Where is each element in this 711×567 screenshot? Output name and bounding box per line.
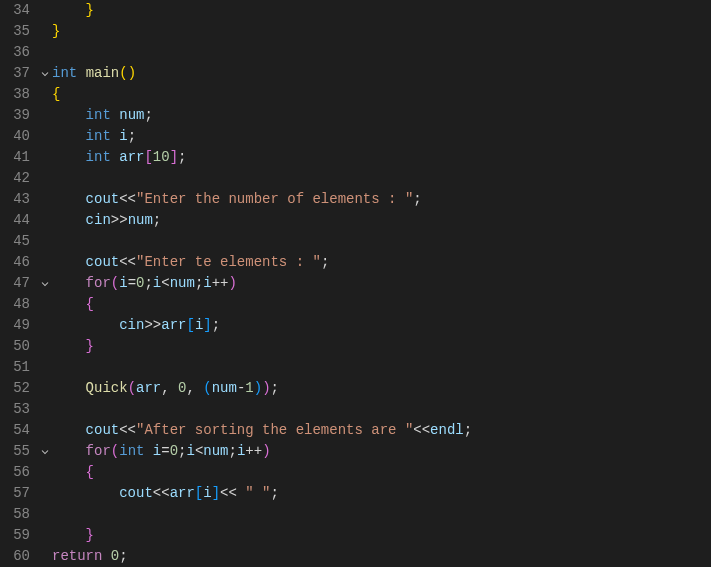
line-number: 51 xyxy=(0,357,38,378)
fold-chevron-down-icon[interactable] xyxy=(38,273,52,294)
code-line[interactable]: } xyxy=(52,0,711,21)
code-line[interactable]: int arr[10]; xyxy=(52,147,711,168)
line-number: 38 xyxy=(0,84,38,105)
code-editor[interactable]: 3435363738394041424344454647484950515253… xyxy=(0,0,711,567)
line-number: 36 xyxy=(0,42,38,63)
fold-column[interactable] xyxy=(38,0,52,567)
fold-spacer xyxy=(38,105,52,126)
fold-spacer xyxy=(38,210,52,231)
line-numbers-gutter: 3435363738394041424344454647484950515253… xyxy=(0,0,38,567)
fold-spacer xyxy=(38,84,52,105)
code-line[interactable]: int i; xyxy=(52,126,711,147)
fold-chevron-down-icon[interactable] xyxy=(38,441,52,462)
fold-spacer xyxy=(38,315,52,336)
line-number: 39 xyxy=(0,105,38,126)
fold-spacer xyxy=(38,357,52,378)
code-line[interactable]: } xyxy=(52,336,711,357)
code-area[interactable]: }} int main(){ int num; int i; int arr[1… xyxy=(52,0,711,567)
fold-spacer xyxy=(38,504,52,525)
line-number: 40 xyxy=(0,126,38,147)
fold-spacer xyxy=(38,168,52,189)
fold-spacer xyxy=(38,336,52,357)
line-number: 42 xyxy=(0,168,38,189)
line-number: 35 xyxy=(0,21,38,42)
line-number: 57 xyxy=(0,483,38,504)
line-number: 50 xyxy=(0,336,38,357)
code-line[interactable] xyxy=(52,168,711,189)
line-number: 49 xyxy=(0,315,38,336)
line-number: 48 xyxy=(0,294,38,315)
line-number: 41 xyxy=(0,147,38,168)
line-number: 45 xyxy=(0,231,38,252)
code-line[interactable]: return 0; xyxy=(52,546,711,567)
fold-spacer xyxy=(38,483,52,504)
code-line[interactable]: { xyxy=(52,294,711,315)
fold-spacer xyxy=(38,525,52,546)
code-line[interactable]: for(int i=0;i<num;i++) xyxy=(52,441,711,462)
code-line[interactable]: int main() xyxy=(52,63,711,84)
code-line[interactable]: Quick(arr, 0, (num-1)); xyxy=(52,378,711,399)
line-number: 56 xyxy=(0,462,38,483)
code-line[interactable]: } xyxy=(52,21,711,42)
fold-chevron-down-icon[interactable] xyxy=(38,63,52,84)
line-number: 44 xyxy=(0,210,38,231)
line-number: 59 xyxy=(0,525,38,546)
line-number: 58 xyxy=(0,504,38,525)
fold-spacer xyxy=(38,189,52,210)
code-line[interactable]: cin>>arr[i]; xyxy=(52,315,711,336)
fold-spacer xyxy=(38,147,52,168)
line-number: 47 xyxy=(0,273,38,294)
line-number: 54 xyxy=(0,420,38,441)
fold-spacer xyxy=(38,231,52,252)
fold-spacer xyxy=(38,399,52,420)
code-line[interactable] xyxy=(52,399,711,420)
code-line[interactable]: cin>>num; xyxy=(52,210,711,231)
fold-spacer xyxy=(38,126,52,147)
line-number: 60 xyxy=(0,546,38,567)
line-number: 46 xyxy=(0,252,38,273)
code-line[interactable]: { xyxy=(52,462,711,483)
fold-spacer xyxy=(38,42,52,63)
code-line[interactable]: cout<<"After sorting the elements are "<… xyxy=(52,420,711,441)
code-line[interactable]: for(i=0;i<num;i++) xyxy=(52,273,711,294)
line-number: 43 xyxy=(0,189,38,210)
code-line[interactable] xyxy=(52,504,711,525)
code-line[interactable]: cout<<"Enter te elements : "; xyxy=(52,252,711,273)
fold-spacer xyxy=(38,420,52,441)
fold-spacer xyxy=(38,252,52,273)
line-number: 53 xyxy=(0,399,38,420)
line-number: 37 xyxy=(0,63,38,84)
code-line[interactable] xyxy=(52,357,711,378)
code-line[interactable]: cout<<"Enter the number of elements : "; xyxy=(52,189,711,210)
code-line[interactable]: { xyxy=(52,84,711,105)
code-line[interactable] xyxy=(52,42,711,63)
code-line[interactable]: int num; xyxy=(52,105,711,126)
line-number: 55 xyxy=(0,441,38,462)
fold-spacer xyxy=(38,546,52,567)
code-line[interactable]: } xyxy=(52,525,711,546)
fold-spacer xyxy=(38,378,52,399)
fold-spacer xyxy=(38,0,52,21)
code-line[interactable]: cout<<arr[i]<< " "; xyxy=(52,483,711,504)
line-number: 34 xyxy=(0,0,38,21)
code-line[interactable] xyxy=(52,231,711,252)
fold-spacer xyxy=(38,21,52,42)
line-number: 52 xyxy=(0,378,38,399)
fold-spacer xyxy=(38,462,52,483)
fold-spacer xyxy=(38,294,52,315)
